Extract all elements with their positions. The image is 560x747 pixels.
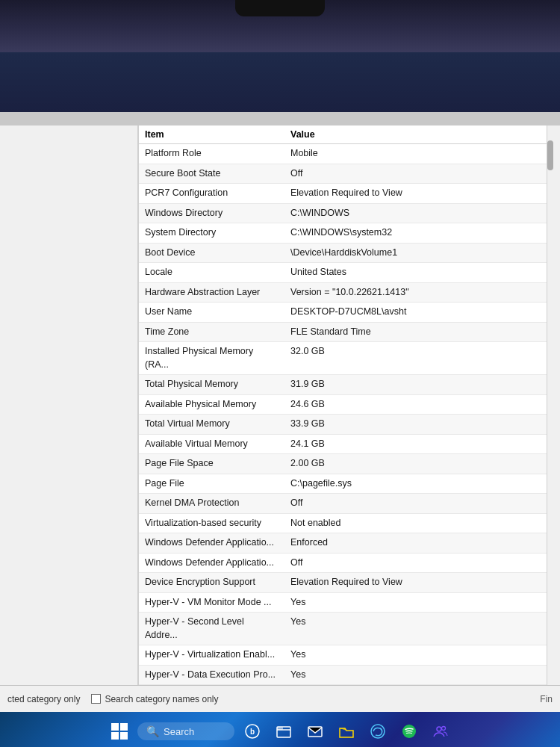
table-cell-value: Off [284,164,547,184]
left-sidebar [0,125,138,685]
col-value-header: Value [284,125,547,144]
table-cell-item: Total Virtual Memory [139,415,284,435]
table-row[interactable]: Available Physical Memory24.6 GB [139,394,547,415]
table-cell-item: Total Physical Memory [139,375,284,395]
mail-icon[interactable] [302,718,329,745]
table-cell-value: C:\pagefile.sys [284,474,547,494]
table-cell-value: FLE Standard Time [284,322,547,342]
table-cell-value: United States [284,263,547,283]
table-row[interactable]: Page File Space2.00 GB [139,454,547,474]
svg-text:b: b [250,728,255,736]
scroll-thumb[interactable] [547,140,553,170]
svg-rect-1 [120,723,128,731]
table-cell-item: Device Encryption Support [139,573,284,593]
table-cell-item: User Name [139,303,284,323]
svg-point-11 [437,727,441,731]
table-cell-item: Available Virtual Memory [139,434,284,454]
filter-left-text: cted category only [7,694,80,704]
table-row[interactable]: Platform RoleMobile [139,144,547,164]
table-row[interactable]: Hyper-V - Second Level Addre...Yes [139,613,547,645]
svg-rect-2 [111,732,119,740]
table-cell-value: Elevation Required to View [284,573,547,593]
table-row[interactable]: Kernel DMA ProtectionOff [139,494,547,514]
table-row[interactable]: Total Physical Memory31.9 GB [139,375,547,395]
header-band [0,52,560,112]
table-row[interactable]: Boot Device\Device\HarddiskVolume1 [139,243,547,263]
taskbar-search[interactable]: 🔍 Search [137,722,234,740]
svg-rect-0 [111,723,119,731]
teams-icon[interactable] [427,718,454,745]
table-cell-item: Secure Boot State [139,164,284,184]
table-cell-value: \Device\HarddiskVolume1 [284,243,547,263]
table-cell-value: Yes [284,613,547,645]
table-cell-value: Yes [284,592,547,613]
table-cell-item: Hyper-V - Second Level Addre... [139,613,284,645]
edge-browser-icon[interactable] [364,718,391,745]
search-category-label: Search category names only [105,694,218,704]
table-cell-value: Elevation Required to View [284,184,547,204]
windows-start-button[interactable] [106,718,133,745]
svg-point-12 [442,727,446,731]
table-cell-value: C:\WINDOWS [284,203,547,223]
table-row[interactable]: Windows DirectoryC:\WINDOWS [139,203,547,223]
table-cell-item: Hyper-V - Virtualization Enabl... [139,645,284,666]
table-cell-value: Not enabled [284,513,547,533]
table-row[interactable]: User NameDESKTOP-D7UCM8L\avsht [139,303,547,323]
taskbar: 🔍 Search b [0,712,560,747]
table-cell-value: Off [284,494,547,514]
table-row[interactable]: Hyper-V - Data Execution Pro...Yes [139,665,547,685]
table-row[interactable]: Windows Defender Applicatio...Off [139,553,547,573]
bing-icon[interactable]: b [239,718,266,745]
table-cell-item: PCR7 Configuration [139,184,284,204]
table-row[interactable]: Total Virtual Memory33.9 GB [139,415,547,435]
table-cell-value: 24.1 GB [284,434,547,454]
explorer-icon[interactable] [333,718,360,745]
svg-point-10 [402,725,416,738]
table-cell-item: Windows Directory [139,203,284,223]
table-cell-value: 2.00 GB [284,454,547,474]
table-cell-item: Locale [139,263,284,283]
table-cell-value: Version = "10.0.22621.1413" [284,282,547,303]
table-cell-value: C:\WINDOWS\system32 [284,223,547,244]
table-cell-item: Kernel DMA Protection [139,494,284,514]
table-cell-item: Platform Role [139,144,284,164]
filter-right-section: Search category names only [91,694,218,704]
table-row[interactable]: System DirectoryC:\WINDOWS\system32 [139,223,547,244]
table-cell-value: 24.6 GB [284,394,547,415]
taskbar-icons: 🔍 Search b [106,718,454,745]
table-row[interactable]: PCR7 ConfigurationElevation Required to … [139,184,547,204]
svg-rect-3 [120,732,128,740]
table-row[interactable]: Windows Defender Applicatio...Enforced [139,533,547,554]
table-row[interactable]: Device Encryption SupportElevation Requi… [139,573,547,593]
table-row[interactable]: Time ZoneFLE Standard Time [139,322,547,342]
table-row[interactable]: Virtualization-based securityNot enabled [139,513,547,533]
table-cell-value: 32.0 GB [284,342,547,375]
table-row[interactable]: Hardware Abstraction LayerVersion = "10.… [139,282,547,303]
table-cell-item: Page File [139,474,284,494]
table-row[interactable]: Hyper-V - Virtualization Enabl...Yes [139,645,547,666]
table-cell-value: 33.9 GB [284,415,547,435]
file-manager-icon[interactable] [270,718,297,745]
table-row[interactable]: Page FileC:\pagefile.sys [139,474,547,494]
table-row[interactable]: Available Virtual Memory24.1 GB [139,434,547,454]
table-cell-item: Virtualization-based security [139,513,284,533]
table-cell-item: System Directory [139,223,284,244]
table-row[interactable]: Installed Physical Memory (RA...32.0 GB [139,342,547,375]
svg-rect-7 [277,727,283,730]
table-cell-value: DESKTOP-D7UCM8L\avsht [284,303,547,323]
table-cell-value: 31.9 GB [284,375,547,395]
camera-notch [235,0,325,16]
right-edge [547,125,560,685]
search-icon: 🔍 [146,725,159,737]
table-row[interactable]: LocaleUnited States [139,263,547,283]
table-row[interactable]: Hyper-V - VM Monitor Mode ...Yes [139,592,547,613]
table-cell-item: Boot Device [139,243,284,263]
table-cell-item: Hardware Abstraction Layer [139,282,284,303]
table-cell-item: Installed Physical Memory (RA... [139,342,284,375]
table-cell-item: Hyper-V - VM Monitor Mode ... [139,592,284,613]
camera-bar [0,0,560,52]
spotify-icon[interactable] [396,718,423,745]
main-content-row: Item Value Platform RoleMobileSecure Boo… [0,125,560,685]
search-category-checkbox[interactable] [91,694,101,704]
table-row[interactable]: Secure Boot StateOff [139,164,547,184]
